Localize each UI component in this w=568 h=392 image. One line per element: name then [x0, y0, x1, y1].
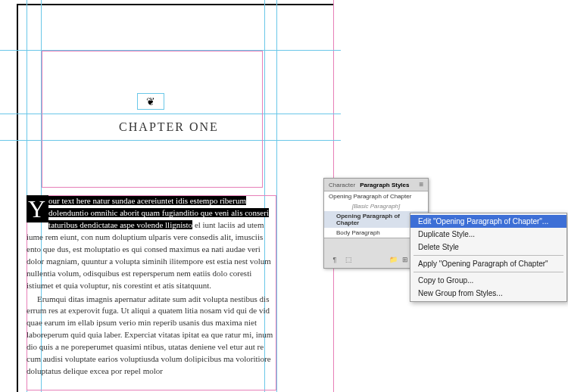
tab-paragraph-styles[interactable]: Paragraph Styles	[360, 182, 409, 188]
workspace: ❦ CHAPTER ONE Your text here natur sunda…	[0, 0, 341, 392]
folder-icon[interactable]: 📁	[389, 256, 398, 265]
menu-new-group[interactable]: New Group from Styles...	[410, 287, 566, 300]
guide-vertical[interactable]	[276, 0, 277, 392]
menu-delete-style[interactable]: Delete Style	[410, 241, 566, 254]
drop-cap: Y	[27, 195, 48, 222]
menu-edit-style[interactable]: Edit "Opening Paragraph of Chapter"...	[410, 215, 566, 228]
chapter-title[interactable]: CHAPTER ONE	[42, 120, 295, 134]
menu-copy-to-group[interactable]: Copy to Group...	[410, 274, 566, 287]
body-text: el iunt laciis ad utem iume rem eiunt, c…	[27, 220, 271, 290]
context-menu: Edit "Opening Paragraph of Chapter"... D…	[410, 213, 567, 302]
tab-character-styles[interactable]: Character	[329, 182, 355, 188]
menu-separator	[414, 255, 563, 256]
panel-tabs: Character Paragraph Styles	[324, 179, 428, 191]
chapter-ornament: ❦	[137, 93, 164, 110]
style-current[interactable]: Opening Paragraph of Chapter	[324, 191, 428, 201]
panel-menu-icon[interactable]: ≡	[417, 180, 426, 190]
body-text-block[interactable]: Your text here natur sundae acereiuntet …	[27, 195, 276, 378]
menu-duplicate-style[interactable]: Duplicate Style...	[410, 228, 566, 241]
clear-override-icon[interactable]: ⬚	[344, 256, 353, 265]
menu-apply-style[interactable]: Apply "Opening Paragraph of Chapter"	[410, 257, 566, 270]
paragraph-icon[interactable]: ¶	[330, 256, 339, 265]
menu-separator	[414, 272, 563, 272]
text-frame-header[interactable]	[42, 51, 263, 188]
style-basic-paragraph[interactable]: [Basic Paragraph]	[324, 201, 428, 211]
ornament-glyph: ❦	[146, 95, 155, 108]
body-paragraph-2: Erumqui ditas imagnis apernatur aditate …	[27, 294, 276, 378]
new-style-icon[interactable]: ⊞	[401, 256, 410, 265]
